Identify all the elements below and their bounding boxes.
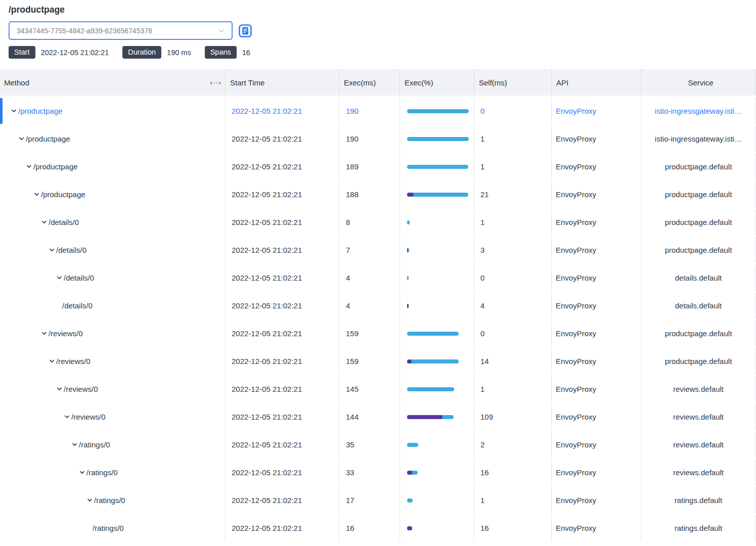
chevron-down-icon[interactable] (11, 108, 17, 114)
chevron-down-icon[interactable] (49, 247, 55, 253)
table-row[interactable]: /productpage 2022-12-05 21:02:21 189 1 E… (0, 154, 756, 179)
table-row[interactable]: /details/0 2022-12-05 21:02:21 7 3 Envoy… (0, 237, 756, 263)
exec-pct-cell (399, 515, 474, 541)
column-label: Method (4, 78, 29, 87)
exec-ms-cell: 145 (339, 376, 399, 402)
chevron-down-icon[interactable] (56, 275, 63, 281)
exec-ms-value: 4 (346, 274, 350, 282)
chevron-down-icon[interactable] (49, 358, 55, 365)
exec-pct-cell (399, 181, 474, 207)
exec-bar (407, 443, 418, 447)
exec-pct-cell (399, 293, 474, 318)
exec-ms-value: 4 (346, 301, 350, 310)
table-row[interactable]: /ratings/0 2022-12-05 21:02:21 33 16 Env… (0, 460, 756, 485)
method-cell: /reviews/0 (0, 376, 225, 402)
start-time-cell: 2022-12-05 21:02:21 (225, 126, 339, 152)
table-row[interactable]: /productpage 2022-12-05 21:02:21 188 21 … (0, 181, 756, 207)
exec-pct-cell (399, 237, 474, 263)
service-cell: productpage.default (641, 321, 756, 346)
column-resize-icon[interactable]: ‹··› (210, 78, 221, 86)
exec-bar (407, 193, 468, 197)
start-time-cell: 2022-12-05 21:02:21 (225, 432, 339, 458)
table-row[interactable]: /reviews/0 2022-12-05 21:02:21 145 1 Env… (0, 376, 756, 402)
chevron-down-icon[interactable] (71, 441, 78, 448)
chevron-down-icon[interactable] (41, 330, 48, 337)
self-ms-value: 1 (480, 134, 484, 143)
method-cell: /ratings/0 (0, 487, 225, 513)
chevron-down-icon[interactable] (64, 414, 70, 420)
service-value: productpage.default (665, 162, 732, 171)
exec-bar (407, 109, 469, 113)
self-ms-value: 1 (480, 496, 484, 505)
trace-id-value: 34347445-7755-4842-a939-623656745378 (17, 27, 152, 35)
table-row[interactable]: /details/0 2022-12-05 21:02:21 4 0 Envoy… (0, 265, 756, 291)
start-time-value: 2022-12-05 21:02:21 (232, 524, 302, 532)
start-time-value: 2022-12-05 21:02:21 (232, 218, 302, 226)
chevron-down-icon[interactable] (26, 163, 32, 170)
exec-bar (407, 387, 454, 391)
method-label: /details/0 (62, 301, 93, 310)
api-value: EnvoyProxy (556, 107, 596, 115)
api-cell: EnvoyProxy (551, 293, 641, 318)
chevron-down-icon (217, 27, 226, 35)
start-time-cell: 2022-12-05 21:02:21 (225, 515, 339, 541)
start-time-value: 2022-12-05 21:02:21 (232, 134, 302, 143)
service-value: details.default (675, 301, 722, 310)
api-cell: EnvoyProxy (551, 126, 641, 152)
start-time-cell: 2022-12-05 21:02:21 (225, 154, 339, 179)
self-bar (407, 526, 412, 530)
start-time-cell: 2022-12-05 21:02:21 (225, 265, 339, 291)
self-ms-value: 1 (480, 385, 484, 393)
chevron-down-icon[interactable] (18, 135, 25, 142)
exec-pct-cell (399, 209, 474, 235)
exec-ms-cell: 33 (339, 460, 399, 485)
method-cell: /reviews/0 (0, 321, 225, 346)
exec-bar (407, 415, 454, 419)
method-label: /reviews/0 (56, 357, 91, 366)
table-row[interactable]: /productpage 2022-12-05 21:02:21 190 0 E… (0, 98, 756, 124)
table-row[interactable]: /reviews/0 2022-12-05 21:02:21 159 14 En… (0, 348, 756, 374)
chevron-down-icon[interactable] (41, 219, 48, 225)
table-row[interactable]: /ratings/0 2022-12-05 21:02:21 16 16 Env… (0, 515, 756, 541)
api-value: EnvoyProxy (556, 218, 596, 226)
self-ms-cell: 1 (474, 154, 551, 179)
chevron-down-icon[interactable] (56, 386, 63, 392)
service-value: productpage.default (665, 329, 732, 338)
table-row[interactable]: /ratings/0 2022-12-05 21:02:21 35 2 Envo… (0, 432, 756, 458)
self-ms-value: 109 (480, 413, 493, 421)
chevron-down-icon[interactable] (33, 191, 40, 198)
api-value: EnvoyProxy (556, 524, 596, 532)
table-row[interactable]: /details/0 2022-12-05 21:02:21 4 4 Envoy… (0, 293, 756, 318)
self-ms-cell: 0 (474, 98, 551, 124)
copy-trace-id-button[interactable] (239, 24, 252, 37)
self-ms-cell: 0 (474, 265, 551, 291)
chevron-down-icon[interactable] (86, 497, 93, 504)
exec-ms-value: 190 (346, 134, 359, 143)
method-label: /reviews/0 (49, 329, 83, 338)
chevron-down-icon[interactable] (79, 469, 85, 476)
start-time-cell: 2022-12-05 21:02:21 (225, 181, 339, 207)
exec-ms-value: 159 (346, 357, 359, 366)
api-cell: EnvoyProxy (551, 265, 641, 291)
column-header-service: Service (641, 69, 756, 96)
exec-pct-cell (399, 487, 474, 513)
self-ms-value: 0 (480, 107, 484, 115)
table-row[interactable]: /ratings/0 2022-12-05 21:02:21 17 1 Envo… (0, 487, 756, 513)
method-cell: /productpage (0, 154, 225, 179)
table-row[interactable]: /reviews/0 2022-12-05 21:02:21 144 109 E… (0, 404, 756, 430)
exec-ms-cell: 188 (339, 181, 399, 207)
trace-id-select[interactable]: 34347445-7755-4842-a939-623656745378 (9, 21, 233, 40)
table-row[interactable]: /details/0 2022-12-05 21:02:21 8 1 Envoy… (0, 209, 756, 235)
exec-bar (407, 248, 409, 252)
method-label: /productpage (33, 162, 78, 171)
table-row[interactable]: /reviews/0 2022-12-05 21:02:21 159 0 Env… (0, 321, 756, 346)
service-value: productpage.default (665, 246, 732, 254)
start-time-cell: 2022-12-05 21:02:21 (225, 209, 339, 235)
start-time-value: 2022-12-05 21:02:21 (232, 246, 302, 254)
column-header-self-ms: Self(ms) (474, 69, 551, 96)
exec-bar (407, 498, 413, 503)
method-cell: /productpage (0, 98, 225, 124)
table-row[interactable]: /productpage 2022-12-05 21:02:21 190 1 E… (0, 126, 756, 152)
trace-header: /productpage 34347445-7755-4842-a939-623… (0, 0, 756, 59)
self-ms-value: 4 (480, 301, 484, 310)
